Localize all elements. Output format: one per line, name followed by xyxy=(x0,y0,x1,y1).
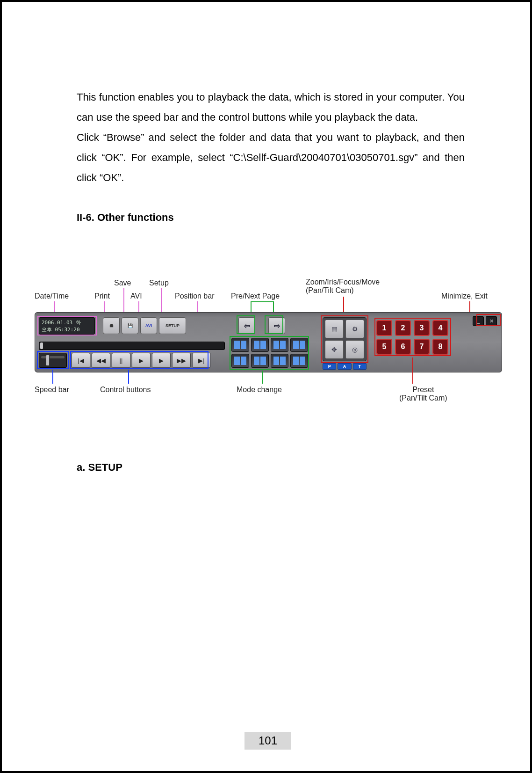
label-avi: AVI xyxy=(130,292,142,300)
position-bar[interactable] xyxy=(39,342,225,350)
label-speed-bar: Speed bar xyxy=(35,386,69,394)
annot-rect-winbtns xyxy=(476,314,501,326)
print-icon: 🖶 xyxy=(109,323,114,328)
setup-label: SETUP xyxy=(165,323,180,328)
annot-rect-prev xyxy=(237,315,255,334)
leader-speedbar xyxy=(52,370,53,384)
label-control-buttons: Control buttons xyxy=(100,386,151,394)
label-date-time: Date/Time xyxy=(35,292,69,300)
page-number: 101 xyxy=(244,732,291,750)
label-save: Save xyxy=(114,279,131,287)
annot-rect-speedbar xyxy=(37,351,69,369)
annot-rect-ptz xyxy=(321,315,368,363)
save-button[interactable]: 💾 xyxy=(122,317,138,334)
leader-mode xyxy=(262,371,263,384)
toolbar-diagram: Date/Time Print Save AVI Setup Position … xyxy=(35,269,502,414)
leader-controls xyxy=(128,370,129,384)
setup-button[interactable]: SETUP xyxy=(159,317,186,334)
label-position-bar: Position bar xyxy=(175,292,215,300)
page: This function enables you to playback th… xyxy=(0,0,532,773)
save-icon: 💾 xyxy=(128,323,133,328)
annot-rect-preset xyxy=(374,318,451,356)
heading-other-functions: II-6. Other functions xyxy=(77,211,174,224)
body-paragraph: This function enables you to playback th… xyxy=(77,87,465,188)
avi-button[interactable]: AVI xyxy=(140,317,157,334)
label-preset: Preset (Pan/Tilt Cam) xyxy=(399,386,447,402)
ptz-p[interactable]: P xyxy=(323,363,336,370)
annot-rect-next xyxy=(265,315,283,334)
label-minimize-exit: Minimize, Exit xyxy=(441,292,488,300)
ptz-a[interactable]: A xyxy=(338,363,351,370)
leader-prenext-join xyxy=(251,301,273,302)
leader-preset xyxy=(412,357,413,384)
ptz-t[interactable]: T xyxy=(353,363,367,370)
label-mode-change: Mode change xyxy=(237,386,282,394)
label-pre-next: Pre/Next Page xyxy=(231,292,280,300)
label-zoom-iris: Zoom/Iris/Focus/Move (Pan/Tilt Cam) xyxy=(306,278,380,295)
annot-rect-mode xyxy=(230,336,309,370)
avi-icon: AVI xyxy=(145,323,152,328)
ptz-letter-bar: P A T xyxy=(323,363,367,370)
annot-rect-datetime xyxy=(37,316,97,335)
label-print: Print xyxy=(94,292,110,300)
heading-setup: a. SETUP xyxy=(77,461,122,474)
label-setup: Setup xyxy=(149,279,169,287)
annot-rect-controls xyxy=(70,351,208,369)
print-button[interactable]: 🖶 xyxy=(103,317,120,334)
